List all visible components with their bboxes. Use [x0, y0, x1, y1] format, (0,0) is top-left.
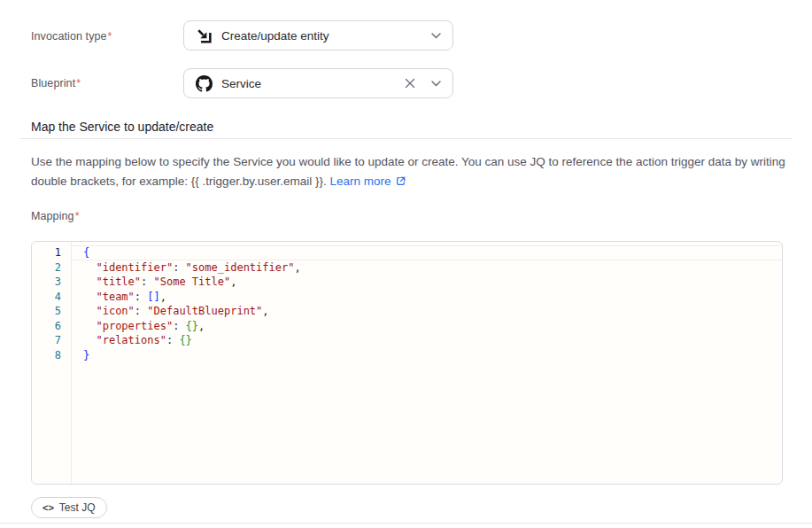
mapping-label: Mapping* — [31, 210, 80, 222]
required-asterisk: * — [108, 30, 112, 43]
code-line[interactable]: "team": [], — [72, 290, 782, 305]
section-title: Map the Service to update/create — [31, 120, 213, 134]
test-jq-label: Test JQ — [59, 501, 96, 514]
line-number: 4 — [32, 290, 71, 305]
github-icon — [196, 75, 213, 92]
code-line[interactable]: "title": "Some Title", — [72, 275, 782, 290]
line-number: 8 — [32, 348, 71, 363]
blueprint-select[interactable]: Service — [183, 68, 453, 98]
line-number: 6 — [32, 319, 71, 334]
line-number: 5 — [32, 304, 71, 319]
required-asterisk: * — [76, 77, 81, 89]
section-divider — [19, 138, 793, 139]
blueprint-label: Blueprint* — [31, 77, 81, 89]
line-number: 3 — [32, 275, 71, 290]
code-line[interactable]: "icon": "DefaultBlueprint", — [72, 304, 782, 319]
required-asterisk: * — [75, 210, 80, 222]
learn-more-link[interactable]: Learn more — [329, 175, 391, 188]
mapping-code-editor[interactable]: 12345678 { "identifier": "some_identifie… — [31, 241, 783, 485]
test-jq-button[interactable]: <> Test JQ — [31, 497, 107, 518]
code-line[interactable]: "properties": {}, — [72, 319, 782, 334]
code-line[interactable]: { — [72, 245, 782, 260]
invocation-type-label: Invocation type* — [31, 30, 112, 43]
chevron-down-icon[interactable] — [431, 33, 441, 39]
code-line[interactable]: "relations": {} — [72, 333, 782, 348]
editor-gutter: 12345678 — [32, 242, 72, 484]
line-number: 2 — [32, 260, 71, 276]
clear-icon[interactable] — [405, 78, 415, 89]
chevron-down-icon[interactable] — [431, 81, 441, 87]
entity-icon — [196, 27, 213, 44]
invocation-type-select[interactable]: Create/update entity — [183, 20, 453, 50]
code-line[interactable]: } — [72, 348, 782, 363]
editor-code[interactable]: { "identifier": "some_identifier", "titl… — [72, 242, 782, 484]
description-line-1: Use the mapping below to specify the Ser… — [31, 152, 785, 172]
mapping-description: Use the mapping below to specify the Ser… — [31, 152, 785, 191]
description-line-2: double brackets, for example: {{ .trigge… — [31, 172, 785, 191]
bottom-divider — [0, 523, 812, 524]
code-icon: <> — [43, 502, 54, 513]
blueprint-label-text: Blueprint — [31, 77, 75, 89]
mapping-label-text: Mapping — [31, 210, 74, 222]
invocation-type-label-text: Invocation type — [31, 30, 107, 43]
code-line[interactable]: "identifier": "some_identifier", — [72, 260, 782, 276]
blueprint-value: Service — [221, 77, 396, 90]
line-number: 1 — [32, 245, 71, 260]
description-line-2-text: double brackets, for example: {{ .trigge… — [31, 175, 327, 188]
external-link-icon[interactable] — [395, 175, 406, 187]
invocation-type-value: Create/update entity — [221, 29, 422, 43]
line-number: 7 — [32, 333, 71, 348]
